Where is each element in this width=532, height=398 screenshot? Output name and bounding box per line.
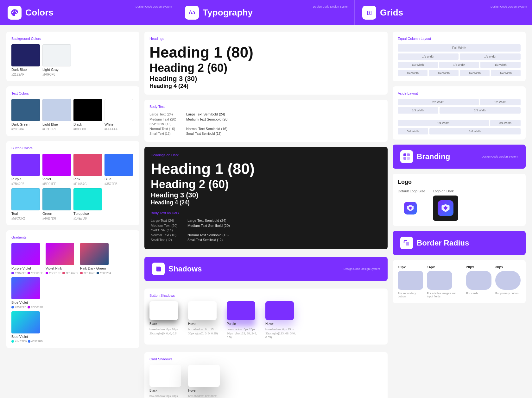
svg-rect-5 [156, 267, 161, 271]
grid-quarter-4: 1/4 Width [491, 70, 521, 76]
grid-third-row: 1/3 Width 1/3 Width 1/3 Width [398, 62, 521, 68]
card-black-desc: box-shadow: 0px 20px 40px rgba(0, 0, 0, … [149, 394, 184, 398]
colors-title: Colors [25, 8, 54, 18]
svg-point-2 [15, 11, 16, 12]
shadow-black: Black box-shadow: 0px 10px 20px rgba(0, … [149, 301, 184, 339]
green-hex: #4AB7D6 [42, 217, 71, 220]
gradients-label: Gradients [11, 235, 134, 239]
shadow-hover-label: Hover [188, 322, 223, 326]
shadow-hover-purple-label: Hover [265, 322, 300, 326]
white-name: White [104, 122, 133, 126]
grid-third-3: 1/3 Width [480, 62, 521, 68]
border-20: 20px For cards [466, 265, 491, 298]
dark-body-row-1: Large Text (24) Large Text Semibold (24) [151, 219, 381, 222]
aside-2-3-left: 2/3 Width [398, 99, 479, 105]
color-violet: Violet #BD01FF [42, 154, 71, 186]
dark-body-row-2: Medium Text (20) Medium Text Semibold (2… [151, 224, 381, 227]
aside-1-3-left: 1/3 Width [398, 107, 438, 114]
equal-column-label: Equal Column Layout [398, 37, 521, 40]
light-gray-swatch [42, 44, 71, 66]
border-row: 10px For secondary button 14px For artic… [398, 265, 521, 298]
color-dark-green: Dark Green #205284 [11, 99, 40, 131]
dark-blue-name: Dark Blue [11, 68, 40, 72]
body-value-4: Normal Text Semibold (16) [186, 127, 227, 131]
grids-icon: ⊞ [362, 6, 376, 20]
purple-swatch [11, 154, 40, 176]
border-30-desc: For primary button [495, 292, 519, 295]
dark-body-label-1: Large Text (24) [151, 219, 182, 222]
svg-point-0 [12, 12, 13, 13]
gradient-row-1: Purple Violet #7B42F6 #BD01FF Violet Pin… [11, 243, 134, 309]
blue-swatch [104, 154, 133, 176]
aside-layout-group: Aside Layout 2/3 Width 1/3 Width 1/3 Wid… [393, 86, 526, 140]
body-value-2: Medium Text Semibold (20) [186, 117, 229, 121]
turquoise-hex: #14E7D9 [73, 217, 102, 220]
light-blue-name: Light Blue [42, 122, 71, 126]
aside-1-4-row: 3/4 Width 1/4 Width [398, 128, 521, 134]
blue-hex: #3572FB [104, 182, 133, 186]
aside-1-3-right: 2/3 Width [440, 107, 521, 114]
border-10-label: 10px [398, 265, 406, 269]
border-radius-group: 10px For secondary button 14px For artic… [393, 260, 526, 303]
aside-3-4-right: 3/4 Width [490, 120, 521, 126]
shadow-hover-purple: Hover box-shadow: 0px 15px 30px rgba(123… [265, 301, 300, 339]
purple-name: Purple [11, 177, 40, 181]
gradient-pink-dark: Pink Dark Green #E1467C #205284 [80, 243, 111, 275]
border-14-desc: For articles images and input fields [427, 292, 462, 298]
dark-heading1: Heading 1 (80) [151, 161, 381, 177]
button-shadows-group: Button Shadows Black box-shadow: 0px 10p… [144, 289, 388, 345]
dark-body-row-3: CAPTION (18) [151, 229, 381, 232]
pink-dark-swatch [80, 243, 109, 265]
button-color-row: Purple #7B42F6 Violet #BD01FF Pink #E148… [11, 154, 134, 186]
teal-blue-swatch [11, 311, 40, 333]
dark-headings-label: Headings on Dark [151, 153, 381, 157]
dark-logo-label: Logo on Dark [433, 189, 458, 193]
border-icon [400, 237, 413, 249]
color-green: Green #4AB7D6 [42, 188, 71, 220]
body-text-label: Body Text [149, 105, 383, 109]
blue-violet-name: Blue Violet [11, 301, 43, 304]
shadow-purple: Purple box-shadow: 0px 20px 20px rgba(12… [227, 301, 262, 339]
heading3: Heading 3 (30) [149, 75, 383, 83]
turquoise-swatch [73, 188, 102, 210]
shadow-black-label: Black [149, 322, 184, 326]
card-hover-desc: box-shadow: 0px 30px 60px rgba(0, 0, 0, … [188, 394, 223, 398]
black-swatch [73, 99, 102, 121]
dark-body-row-5: Small Text (12) Small Text Semibold (12) [151, 238, 381, 242]
aside-1-4-left: 3/4 Width [398, 128, 428, 134]
color-purple: Purple #7B42F6 [11, 154, 40, 186]
pink-dark-info: #E1467C #205284 [80, 271, 111, 275]
grid-full-width: Full Width [398, 44, 521, 52]
grid-half-2: 1/2 Width [460, 53, 521, 60]
typography-icon: Aa [185, 6, 199, 20]
card-shadows-group: Card Shadows Black box-shadow: 0px 20px … [144, 352, 388, 398]
dot2 [28, 272, 30, 274]
blue-violet-info: #3572FB #BD01FF [11, 306, 43, 309]
headings-label: Headings [149, 37, 383, 40]
blue-violet-swatch [11, 277, 40, 299]
svg-rect-7 [407, 153, 410, 156]
heading4: Heading 4 (24) [149, 83, 383, 90]
logo-light [398, 196, 423, 221]
grid-third-1: 1/3 Width [398, 62, 438, 68]
background-colors-label: Background Colors [11, 37, 134, 40]
branding-group: Logo Default Logo Size [393, 174, 526, 226]
body-label-2: Medium Text (20) [149, 117, 181, 121]
grid-quarter-2: 1/4 Width [429, 70, 459, 76]
card-shadow-black: Black box-shadow: 0px 20px 40px rgba(0, … [149, 365, 184, 398]
violet-pink-swatch [46, 243, 74, 265]
shadows-header: Shadows Design Code Design System [144, 257, 388, 281]
gradient-row-2: Blue Violet #14E7D9 #3572FB [11, 311, 134, 343]
pink-dark-name: Pink Dark Green [80, 266, 111, 270]
blue-name: Blue [104, 177, 133, 181]
button-colors-label: Button Colors [11, 146, 134, 150]
pink-swatch [73, 154, 102, 176]
teal-hex: #59CCF2 [11, 217, 40, 220]
green-name: Green [42, 212, 71, 215]
grid-quarter-row: 1/4 Width 1/4 Width 1/4 Width 1/4 Width [398, 70, 521, 76]
dark-section: Headings on Dark Heading 1 (80) Heading … [144, 147, 388, 249]
card-black-label: Black [149, 389, 184, 392]
body-row-3: CAPTION (18) [149, 122, 383, 126]
aside-2-3-row: 2/3 Width 1/3 Width [398, 99, 521, 105]
shadow-hover: Hover box-shadow: 0px 15px 30px rgba(0, … [188, 301, 223, 339]
